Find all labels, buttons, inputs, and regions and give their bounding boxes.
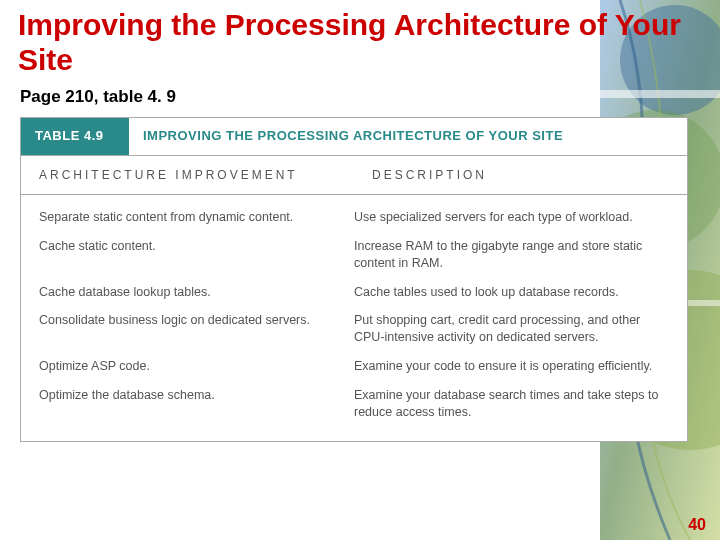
cell-improvement: Optimize the database schema.: [39, 387, 354, 421]
slide-subtitle: Page 210, table 4. 9: [20, 87, 698, 107]
table-row: Optimize ASP code. Examine your code to …: [21, 352, 687, 381]
cell-description: Examine your code to ensure it is operat…: [354, 358, 669, 375]
table-title: IMPROVING THE PROCESSING ARCHITECTURE OF…: [129, 118, 687, 155]
cell-description: Use specialized servers for each type of…: [354, 209, 669, 226]
cell-improvement: Consolidate business logic on dedicated …: [39, 312, 354, 346]
table-title-row: TABLE 4.9 IMPROVING THE PROCESSING ARCHI…: [20, 117, 688, 155]
table-4-9: TABLE 4.9 IMPROVING THE PROCESSING ARCHI…: [20, 117, 688, 442]
cell-improvement: Optimize ASP code.: [39, 358, 354, 375]
cell-description: Increase RAM to the gigabyte range and s…: [354, 238, 669, 272]
table-row: Cache database lookup tables. Cache tabl…: [21, 278, 687, 307]
cell-description: Examine your database search times and t…: [354, 387, 669, 421]
cell-description: Put shopping cart, credit card processin…: [354, 312, 669, 346]
table-row: Separate static content from dynamic con…: [21, 203, 687, 232]
page-number: 40: [688, 516, 706, 534]
column-header-improvement: ARCHITECTURE IMPROVEMENT: [21, 156, 354, 194]
column-header-description: DESCRIPTION: [354, 156, 687, 194]
table-row: Optimize the database schema. Examine yo…: [21, 381, 687, 427]
cell-improvement: Cache database lookup tables.: [39, 284, 354, 301]
table-number-label: TABLE 4.9: [21, 118, 129, 155]
cell-improvement: Cache static content.: [39, 238, 354, 272]
table-row: Cache static content. Increase RAM to th…: [21, 232, 687, 278]
cell-description: Cache tables used to look up database re…: [354, 284, 669, 301]
table-body: Separate static content from dynamic con…: [20, 195, 688, 442]
table-row: Consolidate business logic on dedicated …: [21, 306, 687, 352]
table-header-row: ARCHITECTURE IMPROVEMENT DESCRIPTION: [20, 155, 688, 195]
cell-improvement: Separate static content from dynamic con…: [39, 209, 354, 226]
slide-title: Improving the Processing Architecture of…: [18, 8, 698, 77]
